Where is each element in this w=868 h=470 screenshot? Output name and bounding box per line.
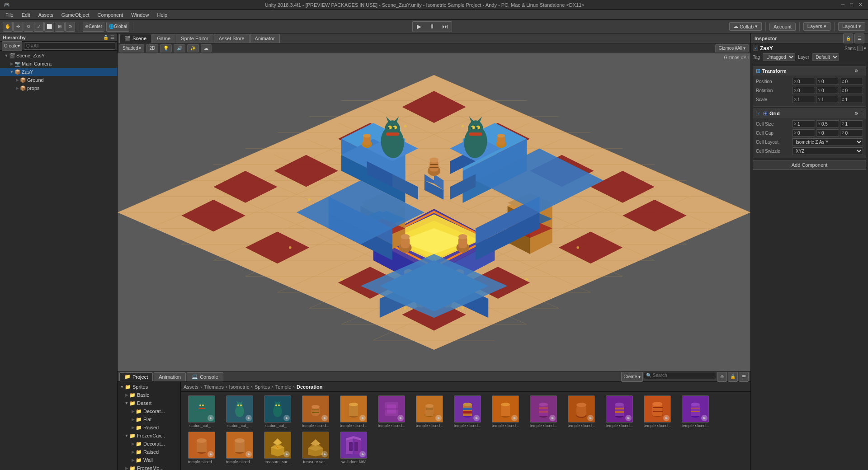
menu-gameobject[interactable]: GameObject (58, 11, 93, 19)
cs-x-field[interactable]: X 1 (792, 120, 815, 127)
play-overlay[interactable]: ▶ (587, 415, 594, 421)
tree-desert[interactable]: ▼ 📁 Desert (118, 399, 180, 407)
play-overlay[interactable]: ▶ (473, 415, 480, 421)
play-overlay[interactable]: ▶ (359, 451, 366, 457)
cg-x-field[interactable]: X 0 (792, 129, 815, 136)
tool-custom[interactable]: ⊙ (65, 22, 75, 32)
tree-wall[interactable]: ▶ 📁 Wall (118, 456, 180, 464)
play-overlay[interactable]: ▶ (397, 415, 404, 421)
tool-rect[interactable]: ⬜ (44, 22, 54, 32)
obj-active-checkbox[interactable]: ✓ (753, 46, 758, 51)
minimize-btn[interactable]: ─ (840, 2, 847, 8)
add-component-button[interactable]: Add Component (753, 160, 866, 170)
tree-basic[interactable]: ▶ 📁 Basic (118, 391, 180, 399)
asset-temple-9[interactable]: ▶ temple-sliced... (601, 395, 637, 429)
tab-sprite-editor[interactable]: Sprite Editor (176, 34, 213, 43)
tree-raised-2[interactable]: ▶ 📁 Raised (118, 448, 180, 456)
menu-edit[interactable]: Edit (18, 11, 34, 19)
cs-z-field[interactable]: Z 1 (840, 120, 863, 127)
asset-treasure-sar[interactable]: ▶ treasure_sar... (259, 431, 296, 465)
tag-select[interactable]: Untagged (763, 53, 795, 61)
rot-z-field[interactable]: Z 0 (840, 87, 863, 94)
scl-y-field[interactable]: Y 1 (816, 96, 839, 103)
rot-y-field[interactable]: Y 0 (816, 87, 839, 94)
grid-active-checkbox[interactable]: ✓ (756, 111, 761, 116)
asset-statue-cat-1[interactable]: ▶ statue_cat_... (184, 395, 220, 429)
tool-scale[interactable]: ⤢ (34, 22, 44, 32)
maximize-btn[interactable]: □ (848, 2, 855, 8)
sky-btn[interactable]: ☁ (201, 44, 212, 52)
menu-component[interactable]: Component (94, 11, 127, 19)
scl-z-field[interactable]: Z 1 (840, 96, 863, 103)
asset-temple-2[interactable]: ▶ temple-sliced... (335, 395, 372, 429)
tool-rotate[interactable]: ↻ (24, 22, 33, 32)
play-overlay[interactable]: ▶ (283, 451, 290, 457)
play-overlay[interactable]: ▶ (321, 415, 328, 421)
play-overlay[interactable]: ▶ (549, 415, 556, 421)
play-overlay[interactable]: ▶ (245, 451, 252, 457)
audio-btn[interactable]: 🔊 (174, 44, 185, 52)
asset-statue-cat-3[interactable]: ▶ statue_cat_... (259, 395, 296, 429)
asset-temple-12[interactable]: ▶ temple-sliced... (184, 431, 220, 465)
transform-header[interactable]: ⊞ Transform ⚙ ⋮ (753, 66, 866, 75)
asset-treasure-sar-2[interactable]: ▶ treasure sar... (297, 431, 334, 465)
asset-temple-5[interactable]: ▶ temple-sliced... (449, 395, 486, 429)
tree-item-zasy[interactable]: ▼ 📦 ZasY (0, 68, 117, 76)
transform-settings-icon[interactable]: ⚙ (854, 69, 858, 73)
asset-search-input[interactable] (644, 372, 716, 379)
tool-hand[interactable]: ✋ (3, 22, 13, 32)
tree-item-props[interactable]: ▶ 📦 props (0, 84, 117, 92)
grid-menu-icon[interactable]: ⋮ (859, 111, 863, 116)
asset-temple-11[interactable]: ▶ temple-sliced... (677, 395, 713, 429)
rot-x-field[interactable]: X 0 (792, 87, 815, 94)
play-overlay[interactable]: ▶ (321, 451, 328, 457)
shading-mode-btn[interactable]: Shaded ▾ (119, 44, 144, 52)
tab-asset-store[interactable]: Asset Store (214, 34, 250, 43)
play-overlay[interactable]: ▶ (208, 415, 214, 421)
asset-temple-6[interactable]: ▶ temple-sliced... (487, 395, 524, 429)
tree-frozencav[interactable]: ▼ 📁 FrozenCav... (118, 432, 180, 440)
play-overlay[interactable]: ▶ (625, 415, 632, 421)
pos-y-field[interactable]: Y 0 (816, 78, 839, 85)
step-button[interactable]: ⏭ (439, 22, 452, 32)
hierarchy-search-input[interactable] (24, 42, 115, 50)
cell-layout-select[interactable]: Isometric Z As Y (792, 138, 863, 146)
cg-z-field[interactable]: Z 0 (840, 129, 863, 136)
tree-decorat-1[interactable]: ▶ 📁 Decorat... (118, 407, 180, 415)
asset-temple-4[interactable]: ▶ temple-sliced... (411, 395, 448, 429)
scene-expand-arrow[interactable]: ▼ (4, 53, 9, 58)
play-overlay[interactable]: ▶ (359, 415, 366, 421)
cs-y-field[interactable]: Y 0.5 (816, 120, 839, 127)
transform-menu-icon[interactable]: ⋮ (859, 69, 863, 73)
tree-sprites[interactable]: ▼ 📁 Sprites (118, 383, 180, 391)
static-dropdown-icon[interactable]: ▾ (864, 46, 866, 51)
tab-project[interactable]: 📁 Project (119, 372, 153, 381)
asset-temple-1[interactable]: ▶ temple-sliced... (297, 395, 334, 429)
tree-item-ground[interactable]: ▶ 📦 Ground (0, 76, 117, 84)
tree-item-main-camera[interactable]: ▶ 📷 Main Camera (0, 60, 117, 68)
tool-move[interactable]: ✛ (13, 22, 23, 32)
tab-animation[interactable]: Animation (154, 372, 186, 381)
pause-button[interactable]: ⏸ (426, 22, 439, 32)
zasy-expand-arrow[interactable]: ▼ (9, 70, 14, 74)
tree-raised-1[interactable]: ▶ 📁 Raised (118, 423, 180, 432)
play-overlay[interactable]: ▶ (245, 415, 252, 421)
asset-temple-7[interactable]: ▶ temple-sliced... (525, 395, 561, 429)
layers-button[interactable]: Layers ▾ (803, 22, 830, 31)
fx-btn[interactable]: ✨ (187, 44, 199, 52)
scl-x-field[interactable]: X 1 (792, 96, 815, 103)
inspector-lock-btn[interactable]: 🔒 (843, 33, 853, 43)
pos-x-field[interactable]: X 0 (792, 78, 815, 85)
grid-settings-icon[interactable]: ⚙ (854, 111, 858, 116)
play-overlay[interactable]: ▶ (701, 415, 708, 421)
play-overlay[interactable]: ▶ (208, 451, 214, 457)
tree-flat-1[interactable]: ▶ 📁 Flat (118, 415, 180, 423)
close-btn[interactable]: ✕ (857, 2, 864, 8)
layout-button[interactable]: Layout ▾ (838, 22, 865, 31)
tab-animator[interactable]: Animator (250, 34, 280, 43)
cell-swizzle-select[interactable]: XYZ (792, 147, 863, 155)
tab-console[interactable]: 💻 Console (187, 372, 223, 381)
bottom-menu-btn[interactable]: ☰ (739, 372, 749, 382)
tree-frozenmo[interactable]: ▶ 📁 FrozenMo... (118, 464, 180, 470)
pos-z-field[interactable]: Z 0 (840, 78, 863, 85)
